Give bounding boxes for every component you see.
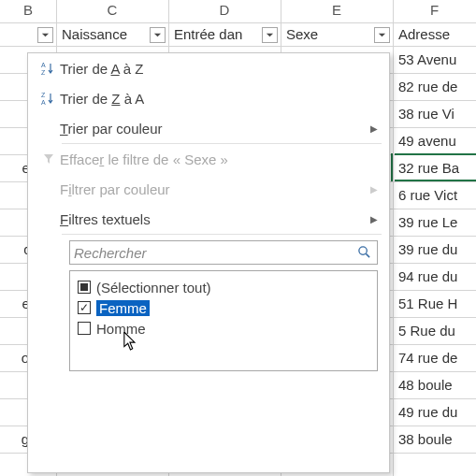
- svg-point-4: [359, 247, 367, 254]
- checkbox-empty-icon: [78, 322, 91, 335]
- menu-label: Trier par couleur: [60, 121, 370, 137]
- menu-label: Trier de A à Z: [60, 61, 389, 77]
- check-select-all[interactable]: (Sélectionner tout): [78, 277, 369, 297]
- filter-button-C[interactable]: [150, 27, 166, 43]
- svg-line-5: [366, 253, 369, 257]
- menu-sort-za[interactable]: ZA Trier de Z à A: [28, 83, 389, 113]
- chevron-right-icon: ▶: [370, 184, 389, 195]
- menu-sort-az[interactable]: AZ Trier de A à Z: [28, 53, 389, 83]
- table-cell[interactable]: 32 rue Ba: [395, 153, 476, 181]
- chevron-right-icon: ▶: [370, 123, 389, 134]
- menu-label: Filtres textuels: [60, 211, 370, 227]
- menu-label: Filtrer par couleur: [60, 181, 370, 197]
- menu-label: Trier de Z à A: [60, 91, 389, 107]
- table-cell[interactable]: 39 rue Le: [395, 209, 476, 236]
- check-label: (Sélectionner tout): [96, 280, 211, 296]
- table-cell[interactable]: 94 rue du: [395, 263, 476, 290]
- sort-za-icon: ZA: [37, 91, 60, 106]
- table-cell[interactable]: 49 avenu: [395, 127, 476, 154]
- menu-sort-color[interactable]: Trier par couleur ▶: [28, 113, 389, 143]
- table-cell[interactable]: 74 rue de: [395, 344, 476, 371]
- svg-text:A: A: [41, 62, 46, 68]
- filter-search-input[interactable]: Rechercher: [69, 240, 378, 265]
- check-label: Homme: [96, 321, 146, 337]
- table-cell[interactable]: 5 Rue du: [395, 317, 476, 344]
- clear-filter-icon: [37, 152, 60, 166]
- filter-button-E[interactable]: [374, 27, 390, 43]
- filter-values-panel: (Sélectionner tout) Femme Homme: [69, 270, 378, 371]
- table-cell[interactable]: 51 Rue H: [395, 290, 476, 317]
- col-header-B[interactable]: B: [0, 0, 56, 22]
- table-cell[interactable]: 48 boule: [395, 371, 476, 398]
- svg-text:Z: Z: [41, 69, 46, 76]
- header-adresse: Adresse: [395, 22, 476, 46]
- sort-az-icon: AZ: [37, 61, 60, 76]
- table-cell[interactable]: 6 rue Vict: [395, 181, 476, 209]
- search-placeholder: Rechercher: [74, 245, 147, 261]
- table-cell[interactable]: 53 Avenu: [395, 46, 476, 73]
- col-header-D[interactable]: D: [168, 0, 281, 22]
- search-icon: [357, 245, 371, 259]
- menu-filter-color: Filtrer par couleur ▶: [28, 174, 389, 204]
- checkbox-checked-icon: [78, 301, 91, 314]
- table-cell[interactable]: 82 rue de: [395, 73, 476, 100]
- svg-text:Z: Z: [41, 92, 46, 98]
- table-cell[interactable]: 38 rue Vi: [395, 100, 476, 127]
- filter-button-B[interactable]: [37, 27, 53, 43]
- table-cell[interactable]: 49 rue du: [395, 398, 476, 426]
- table-cell[interactable]: 39 rue du: [395, 236, 476, 263]
- table-cell[interactable]: 38 boule: [395, 426, 476, 453]
- menu-clear-filter: Effacer le filtre de « Sexe »: [28, 144, 389, 174]
- col-header-F[interactable]: F: [393, 0, 476, 22]
- col-header-E[interactable]: E: [281, 0, 393, 22]
- check-label: Femme: [96, 300, 150, 316]
- svg-text:A: A: [41, 99, 46, 106]
- active-cell-border: [391, 153, 395, 181]
- check-femme[interactable]: Femme: [78, 297, 369, 318]
- chevron-right-icon: ▶: [370, 214, 389, 224]
- menu-text-filters[interactable]: Filtres textuels ▶: [28, 204, 389, 234]
- checkbox-partial-icon: [78, 281, 91, 294]
- menu-label: Effacer le filtre de « Sexe »: [60, 151, 389, 167]
- check-homme[interactable]: Homme: [78, 318, 369, 339]
- filter-dropdown-menu: AZ Trier de A à Z ZA Trier de Z à A Trie…: [27, 52, 390, 473]
- filter-button-D[interactable]: [262, 27, 278, 43]
- col-header-C[interactable]: C: [56, 0, 168, 22]
